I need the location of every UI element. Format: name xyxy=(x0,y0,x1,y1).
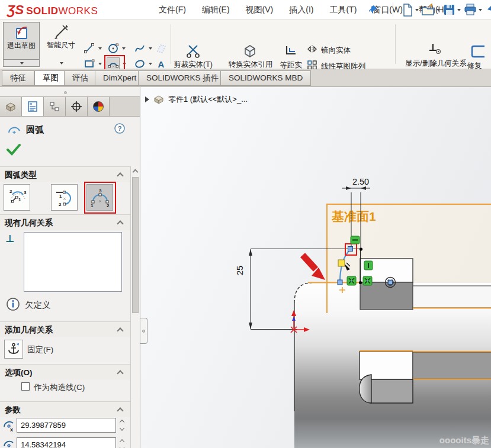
undo-button[interactable] xyxy=(484,2,491,18)
param-center-y-input[interactable] xyxy=(17,437,116,448)
help-icon[interactable]: ? xyxy=(114,123,126,134)
section-parameters[interactable]: 参数 xyxy=(0,401,131,417)
open-button[interactable] xyxy=(421,2,441,18)
centerpoint-arc-button[interactable]: 231 xyxy=(4,184,30,211)
new-document-button[interactable] xyxy=(400,2,419,18)
arc-tool-icon xyxy=(107,58,119,70)
offset-entities-button[interactable] xyxy=(284,44,298,59)
relation-horizontal-badge[interactable] xyxy=(351,236,360,244)
scene-canvas[interactable]: 基准面1 2.50 25 xyxy=(140,87,491,448)
section-add-relations[interactable]: 添加几何关系 xyxy=(0,321,131,337)
menu-tools[interactable]: 工具(T) xyxy=(329,5,357,15)
relation-coincident-badge-2[interactable] xyxy=(363,276,372,285)
line-tool-button[interactable] xyxy=(83,42,96,55)
exit-sketch-label: 退出草图 xyxy=(7,41,36,51)
construction-label: 作为构造线(C) xyxy=(34,382,85,393)
tab-sketch[interactable]: 草图 xyxy=(34,70,67,86)
svg-text:3: 3 xyxy=(99,188,102,194)
mirror-entities-button[interactable] xyxy=(307,44,317,54)
line-tool-caret[interactable] xyxy=(96,42,103,55)
scroll-thumb[interactable] xyxy=(132,177,139,313)
spline-tool-caret[interactable] xyxy=(146,42,153,55)
trim-entities-button[interactable] xyxy=(185,43,201,59)
tab-dimxpert[interactable]: DimXpert xyxy=(95,70,145,86)
step-front-face[interactable] xyxy=(360,282,413,310)
graphics-viewport[interactable]: 零件1 (默认<<默认>_... xyxy=(140,87,491,448)
status-under-defined: 欠定义 xyxy=(25,299,51,311)
spinner-down-icon[interactable] xyxy=(117,426,127,433)
spinner-up-icon[interactable] xyxy=(117,437,127,445)
repair-sketch-button[interactable] xyxy=(469,43,487,60)
arc-tool-button[interactable] xyxy=(107,57,120,70)
tab-feature-tree[interactable] xyxy=(0,97,22,116)
exit-sketch-button[interactable]: 退出草图 xyxy=(3,22,40,60)
relations-listbox[interactable] xyxy=(24,232,122,292)
smart-dimension-label: 智能尺寸 xyxy=(47,40,75,50)
three-point-arc-button[interactable]: 123 xyxy=(86,184,113,211)
tab-appearances[interactable] xyxy=(88,97,110,116)
tab-property-manager[interactable] xyxy=(22,97,44,116)
menu-edit[interactable]: 编辑(E) xyxy=(202,5,230,15)
shaft-upper-band-face[interactable] xyxy=(413,286,491,308)
construction-checkbox[interactable] xyxy=(21,382,30,391)
print-button[interactable] xyxy=(463,2,483,18)
section-existing-relations[interactable]: 现有几何关系 xyxy=(0,214,131,230)
svg-text:x: x xyxy=(10,427,13,432)
tab-configurations[interactable] xyxy=(44,97,66,116)
exit-sketch-flyout[interactable] xyxy=(3,60,40,67)
menu-file[interactable]: 文件(F) xyxy=(159,5,186,15)
circle-tool-caret[interactable] xyxy=(120,42,127,55)
status-row: 欠定义 xyxy=(0,296,131,315)
datum-plane-label[interactable]: 基准面1 xyxy=(331,210,376,223)
ellipse-tool-caret[interactable] xyxy=(146,57,153,70)
display-relations-button[interactable] xyxy=(428,42,442,56)
fix-relation-button[interactable] xyxy=(4,340,23,359)
smart-dimension-flyout[interactable] xyxy=(43,60,79,67)
lower-step-front-face[interactable] xyxy=(370,379,413,403)
spinner-up-icon[interactable] xyxy=(117,418,127,426)
tab-solidworks-addins[interactable]: SOLIDWORKS 插件 xyxy=(138,70,227,86)
convert-entities-label[interactable]: 转换实体引用 xyxy=(227,60,274,70)
pin-menu-icon[interactable] xyxy=(368,5,378,17)
menu-insert[interactable]: 插入(I) xyxy=(289,5,313,15)
tab-solidworks-mbd[interactable]: SOLIDWORKS MBD xyxy=(220,70,311,86)
panel-scrollbar[interactable] xyxy=(130,166,140,448)
tangent-arc-button[interactable]: 12 xyxy=(51,184,78,211)
tab-dimxpert-manager[interactable] xyxy=(66,97,88,116)
ellipse-tool-button[interactable] xyxy=(133,57,146,70)
save-button[interactable] xyxy=(442,2,461,18)
menu-view[interactable]: 视图(V) xyxy=(246,5,274,15)
smart-dimension-button[interactable]: 智能尺寸 xyxy=(43,22,79,60)
concentric-point-marker[interactable] xyxy=(386,278,396,288)
ok-check-button[interactable] xyxy=(6,143,21,157)
mirror-entities-label[interactable]: 镜向实体 xyxy=(321,46,351,56)
circle-tool-button[interactable] xyxy=(107,42,120,55)
sketch-point-bottom[interactable] xyxy=(359,281,362,284)
arc-endpoint-bottom[interactable] xyxy=(338,280,342,285)
tab-evaluate[interactable]: 评估 xyxy=(64,70,97,86)
param-center-y-spinner[interactable] xyxy=(117,437,127,448)
scroll-up-icon[interactable] xyxy=(133,169,139,175)
relation-vertical-badge[interactable] xyxy=(364,261,373,270)
arc-tool-caret[interactable] xyxy=(120,57,127,70)
text-tool-button[interactable]: A xyxy=(155,57,168,70)
section-arc-type[interactable]: 圆弧类型 xyxy=(0,166,131,182)
section-options[interactable]: 选项(O) xyxy=(0,364,131,380)
panel-splitter[interactable] xyxy=(0,87,140,96)
rectangle-tool-caret[interactable] xyxy=(96,57,103,70)
relation-coincident-badge-1[interactable] xyxy=(347,276,356,285)
perpendicular-icon: ⊥ xyxy=(5,233,15,245)
param-center-x-input[interactable] xyxy=(17,418,116,433)
spinner-down-icon[interactable] xyxy=(117,445,127,448)
menu-bar: ƷSSOLIDWORKS 文件(F) 编辑(E) 视图(V) 插入(I) 工具(… xyxy=(0,0,491,20)
trim-entities-label[interactable]: 剪裁实体(T) xyxy=(171,60,216,70)
arc-endpoint-top[interactable] xyxy=(348,247,353,252)
plane-tool-button[interactable] xyxy=(155,42,168,55)
convert-entities-button[interactable] xyxy=(242,43,258,59)
lower-band-face[interactable] xyxy=(413,352,491,379)
rectangle-tool-button[interactable] xyxy=(83,57,96,70)
tab-features[interactable]: 特征 xyxy=(2,70,34,86)
param-center-x-spinner[interactable] xyxy=(117,418,127,433)
sketch-point-top[interactable] xyxy=(360,247,362,250)
spline-tool-button[interactable] xyxy=(133,42,146,55)
